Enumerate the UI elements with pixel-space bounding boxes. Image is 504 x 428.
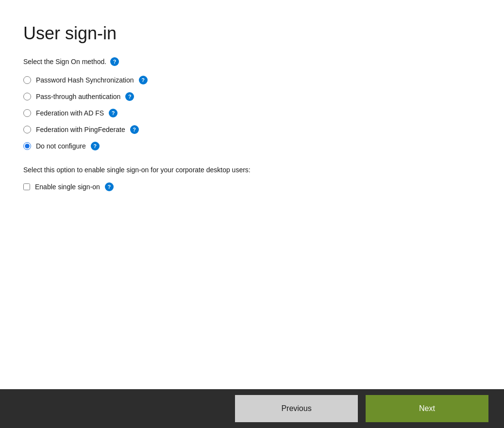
- radio-none-label: Do not configure: [36, 142, 86, 150]
- sign-on-radio-group: Password Hash Synchronization ? Pass-thr…: [23, 76, 481, 150]
- radio-phs[interactable]: [23, 76, 31, 84]
- sso-checkbox[interactable]: [23, 183, 30, 190]
- phs-help-icon[interactable]: ?: [139, 76, 148, 84]
- radio-item-ping[interactable]: Federation with PingFederate ?: [23, 125, 481, 134]
- sso-checkbox-item[interactable]: Enable single sign-on ?: [23, 182, 481, 191]
- sso-checkbox-label: Enable single sign-on: [35, 183, 100, 191]
- sign-on-method-label: Select the Sign On method. ?: [23, 57, 481, 66]
- sso-help-icon[interactable]: ?: [105, 182, 114, 191]
- sign-on-help-icon[interactable]: ?: [110, 57, 119, 66]
- radio-item-none[interactable]: Do not configure ?: [23, 142, 481, 150]
- radio-pta-label: Pass-through authentication: [36, 93, 120, 100]
- radio-item-phs[interactable]: Password Hash Synchronization ?: [23, 76, 481, 84]
- page-title: User sign-in: [23, 23, 481, 44]
- radio-phs-label: Password Hash Synchronization: [36, 76, 134, 84]
- previous-button[interactable]: Previous: [235, 395, 358, 422]
- footer: Previous Next: [0, 389, 504, 428]
- adfs-help-icon[interactable]: ?: [109, 109, 118, 117]
- radio-ping[interactable]: [23, 126, 31, 133]
- radio-ping-label: Federation with PingFederate: [36, 126, 125, 133]
- radio-item-adfs[interactable]: Federation with AD FS ?: [23, 109, 481, 117]
- ping-help-icon[interactable]: ?: [130, 125, 139, 134]
- main-content: User sign-in Select the Sign On method. …: [0, 0, 504, 389]
- radio-adfs-label: Federation with AD FS: [36, 109, 104, 117]
- radio-adfs[interactable]: [23, 109, 31, 117]
- sso-section-label: Select this option to enable single sign…: [23, 166, 481, 174]
- none-help-icon[interactable]: ?: [91, 142, 100, 150]
- pta-help-icon[interactable]: ?: [125, 92, 134, 101]
- radio-item-pta[interactable]: Pass-through authentication ?: [23, 92, 481, 101]
- radio-pta[interactable]: [23, 93, 31, 100]
- radio-none[interactable]: [23, 142, 31, 150]
- next-button[interactable]: Next: [366, 395, 488, 422]
